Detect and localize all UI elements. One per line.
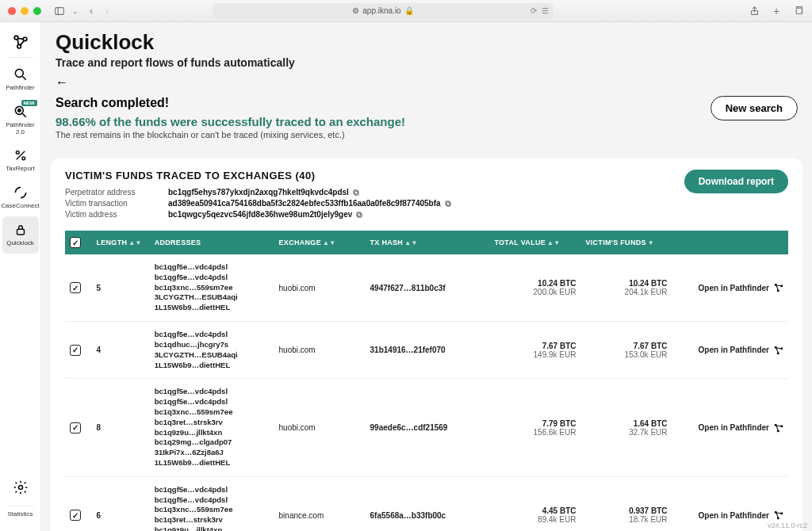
- results-card: VICTIM'S FUNDS TRACED TO EXCHANGES (40) …: [51, 159, 802, 531]
- row-length: 4: [91, 322, 149, 379]
- close-window[interactable]: [8, 7, 16, 15]
- gear-icon: [12, 479, 29, 496]
- reader-icon[interactable]: ☰: [542, 6, 549, 15]
- row-length: 8: [91, 379, 149, 477]
- col-txhash[interactable]: TX HASH▲▼: [366, 231, 490, 254]
- sidebar-item-caseconnect[interactable]: CaseConnect: [2, 179, 39, 216]
- search-icon: [12, 66, 29, 83]
- connect-icon: [12, 184, 29, 201]
- row-checkbox[interactable]: [70, 282, 81, 293]
- sidebar-item-pathfinder2[interactable]: NEW Pathfinder 2.0: [2, 98, 39, 143]
- copy-icon[interactable]: [352, 189, 360, 197]
- row-addresses: bc1qgf5e…vdc4pdslbc1qgf5e…vdc4pdslbc1q3x…: [155, 262, 270, 313]
- url-bar[interactable]: ⚙ app.ikna.io 🔒 ⟳ ☰: [213, 3, 553, 19]
- svg-line-32: [776, 348, 778, 353]
- share-icon[interactable]: [749, 6, 760, 17]
- sidebar-item-label: Pathfinder: [6, 85, 34, 92]
- col-length[interactable]: LENGTH▲▼: [91, 231, 149, 254]
- svg-rect-18: [354, 189, 358, 193]
- svg-rect-22: [357, 212, 361, 216]
- results-table: LENGTH▲▼ ADDRESSES EXCHANGE▲▼ TX HASH▲▼ …: [65, 231, 788, 531]
- new-search-button[interactable]: New search: [710, 96, 798, 120]
- table-row: 4 bc1qgf5e…vdc4pdslbc1qdhuc…jhcgry7s3LCY…: [65, 322, 788, 379]
- col-exchange[interactable]: EXCHANGE▲▼: [274, 231, 366, 254]
- status-summary: 98.66% of the funds were successfully tr…: [56, 115, 405, 128]
- row-addresses: bc1qgf5e…vdc4pdslbc1qgf5e…vdc4pdslbc1q3x…: [155, 485, 270, 531]
- svg-point-13: [16, 151, 19, 155]
- open-in-pathfinder-link[interactable]: Open in Pathfinder: [677, 346, 784, 355]
- sidebar-item-taxreport[interactable]: TaxReport: [2, 142, 39, 179]
- addr-value: bc1qwgcy5qezvc546jfd8e36hwe98um2t0jely9g…: [168, 210, 352, 219]
- row-total: 7.79 BTC156.6k EUR: [489, 379, 580, 477]
- download-report-button[interactable]: Download report: [684, 170, 788, 193]
- svg-line-12: [16, 151, 25, 160]
- row-exchange: huobi.com: [274, 254, 366, 322]
- svg-rect-0: [56, 7, 64, 14]
- svg-point-7: [15, 69, 23, 77]
- logo[interactable]: [2, 29, 39, 54]
- sidebar-item-label: CaseConnect: [1, 203, 39, 210]
- col-open: [672, 231, 789, 254]
- sidebar-item-statistics[interactable]: Statistics: [2, 510, 39, 525]
- secure-icon: 🔒: [404, 6, 414, 15]
- open-in-pathfinder-link[interactable]: Open in Pathfinder: [677, 510, 784, 520]
- forward-icon[interactable]: ›: [102, 6, 113, 17]
- select-all-checkbox[interactable]: [70, 237, 81, 248]
- status-note: The rest remains in the blockchain or ca…: [56, 130, 405, 139]
- table-row: 6 bc1qgf5e…vdc4pdslbc1qgf5e…vdc4pdslbc1q…: [65, 476, 788, 531]
- row-checkbox[interactable]: [70, 345, 81, 356]
- table-row: 5 bc1qgf5e…vdc4pdslbc1qgf5e…vdc4pdslbc1q…: [65, 254, 788, 322]
- svg-rect-20: [445, 201, 449, 204]
- row-addresses: bc1qgf5e…vdc4pdslbc1qdhuc…jhcgry7s3LCYGZ…: [155, 330, 270, 370]
- copy-icon[interactable]: [355, 211, 363, 219]
- svg-point-4: [14, 36, 18, 40]
- open-in-pathfinder-link[interactable]: Open in Pathfinder: [677, 423, 784, 433]
- back-icon[interactable]: ‹: [86, 6, 97, 17]
- row-txhash: 6fa5568a…b33fb00c: [366, 476, 490, 531]
- row-victims-funds: 7.67 BTC153.0k EUR: [580, 322, 672, 379]
- sidebar-item-quicklock[interactable]: Quicklock: [2, 216, 39, 254]
- sidebar-item-settings[interactable]: [2, 474, 39, 502]
- row-length: 5: [91, 254, 149, 322]
- row-checkbox[interactable]: [70, 510, 81, 521]
- graph-icon: [774, 423, 783, 433]
- row-total: 10.24 BTC200.0k EUR: [489, 254, 580, 322]
- svg-point-14: [21, 157, 25, 160]
- svg-rect-19: [446, 202, 450, 206]
- col-total[interactable]: TOTAL VALUE▲▼: [489, 231, 580, 254]
- tx-label: Victim transaction: [65, 199, 152, 208]
- sidebar-toggle-icon[interactable]: [54, 6, 65, 17]
- svg-rect-17: [354, 191, 358, 195]
- window-controls: [8, 7, 41, 15]
- row-exchange: huobi.com: [274, 379, 366, 477]
- sidebar: Pathfinder NEW Pathfinder 2.0 TaxReport …: [0, 22, 41, 531]
- svg-rect-15: [17, 229, 24, 235]
- sidebar-item-label: Pathfinder 2.0: [4, 122, 37, 136]
- row-victims-funds: 1.64 BTC32.7k EUR: [580, 379, 672, 477]
- copy-icon[interactable]: [444, 200, 452, 208]
- sidebar-item-label: Quicklock: [6, 240, 34, 247]
- refresh-icon[interactable]: ⟳: [530, 6, 537, 15]
- table-row: 8 bc1qgf5e…vdc4pdslbc1qgf5e…vdc4pdslbc1q…: [65, 379, 788, 477]
- svg-line-31: [776, 348, 781, 349]
- col-select[interactable]: [65, 231, 91, 254]
- sidebar-item-pathfinder[interactable]: Pathfinder: [2, 61, 39, 98]
- chevron-down-icon[interactable]: ⌄: [70, 6, 81, 17]
- perp-value: bc1qgf5ehys787ykxdjn2axqg7hkelt9qkvdc4pd…: [168, 188, 349, 197]
- svg-line-27: [776, 285, 778, 290]
- sidebar-item-label: TaxReport: [6, 166, 34, 173]
- version-label: v24.11.0-rc2: [768, 521, 807, 529]
- svg-line-26: [776, 285, 781, 286]
- svg-line-10: [22, 113, 25, 117]
- maximize-window[interactable]: [33, 7, 41, 15]
- minimize-window[interactable]: [21, 7, 29, 15]
- col-victims[interactable]: VICTIM'S FUNDS▼: [580, 231, 672, 254]
- row-checkbox[interactable]: [70, 422, 81, 434]
- tabs-icon[interactable]: [793, 6, 804, 17]
- open-in-pathfinder-link[interactable]: Open in Pathfinder: [677, 283, 784, 292]
- svg-point-11: [17, 109, 20, 111]
- row-txhash: 31b14916…21fef070: [366, 322, 490, 379]
- back-button[interactable]: ←: [56, 75, 68, 90]
- page-subtitle: Trace and report flows of funds automati…: [56, 56, 798, 69]
- new-tab-icon[interactable]: +: [771, 6, 782, 17]
